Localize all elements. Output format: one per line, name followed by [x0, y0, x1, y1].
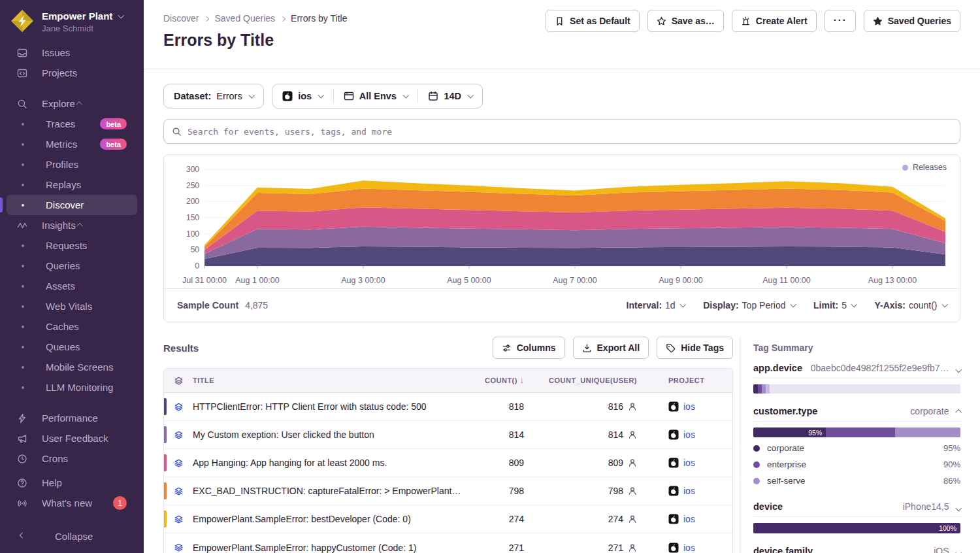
sidebar-item-label: Performance [42, 412, 98, 424]
column-title[interactable]: TITLE [193, 377, 468, 384]
hide-tags-button[interactable]: Hide Tags [657, 337, 733, 359]
tag-header[interactable]: device.familyiOS [753, 546, 960, 553]
legend-percent: 86% [943, 476, 960, 486]
row-title[interactable]: EmpowerPlant.SampleError: bestDeveloper … [193, 514, 468, 524]
more-options-button[interactable]: ··· [825, 10, 856, 32]
bullet-icon [22, 285, 24, 288]
sidebar-item-performance[interactable]: Performance [7, 408, 137, 428]
breadcrumb-item[interactable]: Discover [163, 13, 199, 24]
sidebar-item-requests[interactable]: Requests [7, 235, 137, 256]
stack-icon[interactable] [164, 458, 193, 468]
export-all-button[interactable]: Export All [573, 337, 649, 359]
search-input[interactable] [188, 127, 952, 137]
set-as-default-button[interactable]: Set as Default [546, 10, 640, 32]
legend-label: enterprise [767, 460, 806, 469]
sidebar-item-replays[interactable]: Replays [7, 175, 137, 195]
bullet-icon [22, 143, 24, 146]
sidebar-item-projects[interactable]: Projects [7, 63, 137, 83]
project-link[interactable]: ios [683, 514, 695, 524]
sidebar-item-web-vitals[interactable]: Web Vitals [7, 296, 137, 316]
sidebar-item-help[interactable]: Help [7, 473, 137, 493]
columns-button[interactable]: Columns [493, 337, 565, 359]
column-count-unique-user[interactable]: COUNT_UNIQUE(USER) [533, 377, 654, 384]
siren-icon [741, 16, 751, 26]
button-label: ··· [834, 14, 847, 25]
dataset-selector[interactable]: Dataset: Errors [163, 84, 264, 109]
apple-badge-icon [668, 429, 679, 440]
sidebar-item-label: What's new [42, 497, 92, 509]
sidebar-item-queries[interactable]: Queries [7, 256, 137, 276]
row-title[interactable]: EmpowerPlant.SampleError: happyCustomer … [193, 543, 468, 553]
stack-icon[interactable] [164, 402, 193, 412]
stack-icon[interactable] [164, 486, 193, 496]
sidebar-item-mobile-screens[interactable]: Mobile Screens [7, 357, 137, 377]
control-interval[interactable]: Interval:1d [627, 300, 685, 310]
sidebar-item-assets[interactable]: Assets [7, 276, 137, 296]
sidebar-item-profiles[interactable]: Profiles [7, 154, 137, 175]
button-label: Saved Queries [888, 16, 951, 26]
control-yaxis[interactable]: Y-Axis:count() [874, 300, 947, 310]
control-label: Interval: [627, 300, 662, 310]
sidebar-item-explore[interactable]: Explore [7, 93, 137, 114]
releases-legend[interactable]: Releases [902, 163, 947, 172]
project-link[interactable]: ios [683, 401, 695, 412]
column-count[interactable]: COUNT() ↓ [468, 376, 533, 385]
sidebar-item-crons[interactable]: Crons [7, 448, 137, 469]
sidebar-item-queues[interactable]: Queues [7, 337, 137, 357]
sidebar-item-label: Requests [46, 240, 87, 251]
tag-distribution-bar[interactable]: 100% [753, 523, 960, 533]
create-alert-button[interactable]: Create Alert [732, 10, 817, 32]
sidebar-item-caches[interactable]: Caches [7, 316, 137, 337]
sidebar-item-label: Profiles [46, 159, 78, 170]
row-title[interactable]: My Custom exeption: User clicked the but… [193, 429, 468, 440]
project-link[interactable]: ios [683, 543, 695, 553]
tag-name: device.family [753, 546, 813, 553]
tag-header[interactable]: customer.typecorporate [753, 406, 960, 422]
sidebar-item-what-s-new[interactable]: What's new1 [7, 493, 137, 513]
tag-distribution-bar[interactable] [753, 384, 960, 394]
row-title[interactable]: EXC_BAD_INSTRUCTION: captureFatalError: … [193, 486, 468, 496]
button-label: Create Alert [756, 16, 808, 26]
filter-all-envs[interactable]: All Envs [334, 84, 418, 108]
bullet-icon [22, 184, 24, 186]
tag-legend-row[interactable]: corporate95% [753, 440, 960, 456]
sidebar-item-user-feedback[interactable]: User Feedback [7, 428, 137, 448]
row-title[interactable]: HTTPClientError: HTTP Client Error with … [193, 401, 468, 412]
svg-text:Aug 1 00:00: Aug 1 00:00 [235, 276, 279, 285]
stack-icon[interactable] [164, 514, 193, 524]
control-display[interactable]: Display:Top Period [703, 300, 795, 310]
tag-distribution-bar[interactable]: 95% [753, 427, 960, 437]
breadcrumb-item[interactable]: Saved Queries [214, 13, 275, 24]
filter-ios[interactable]: ios [272, 84, 333, 108]
org-switcher[interactable]: Empower Plant Jane Schmidt [0, 0, 144, 42]
sidebar-item-issues[interactable]: Issues [7, 42, 137, 63]
tag-bar-segment [826, 427, 894, 437]
tag-header[interactable]: app.device0baebc0de4982f1255f2e9e9fb7… [753, 363, 960, 378]
sidebar-item-insights[interactable]: Insights [7, 215, 137, 235]
project-link[interactable]: ios [683, 429, 695, 440]
column-project[interactable]: PROJECT [654, 377, 732, 384]
tag-legend-row[interactable]: self-serve86% [753, 473, 960, 489]
stack-icon[interactable] [164, 430, 193, 440]
filter-14d[interactable]: 14D [418, 84, 482, 108]
tag-header[interactable]: deviceiPhone14,5 [753, 501, 960, 517]
project-link[interactable]: ios [683, 486, 695, 496]
sidebar-item-label: Explore [42, 98, 75, 109]
stack-icon[interactable] [164, 543, 193, 552]
control-limit[interactable]: Limit:5 [813, 300, 856, 310]
legend-dot-icon [753, 445, 760, 452]
sidebar-item-metrics[interactable]: Metricsbeta [7, 134, 137, 154]
sidebar-item-discover[interactable]: Discover [7, 195, 137, 215]
person-icon [628, 458, 637, 467]
search-icon [17, 99, 27, 109]
sidebar-item-traces[interactable]: Tracesbeta [7, 114, 137, 134]
table-row: EmpowerPlant.SampleError: bestDeveloper … [164, 505, 732, 533]
sidebar-item-llm-monitoring[interactable]: LLM Monitoring [7, 377, 137, 397]
chevron-down-icon [468, 92, 474, 98]
saved-queries-button[interactable]: Saved Queries [864, 10, 960, 32]
row-title[interactable]: App Hanging: App hanging for at least 20… [193, 458, 468, 468]
save-as--button[interactable]: Save as… [647, 10, 724, 32]
sidebar-collapse[interactable]: Collapse [7, 526, 137, 546]
project-link[interactable]: ios [683, 458, 695, 468]
tag-legend-row[interactable]: enterprise90% [753, 456, 960, 473]
